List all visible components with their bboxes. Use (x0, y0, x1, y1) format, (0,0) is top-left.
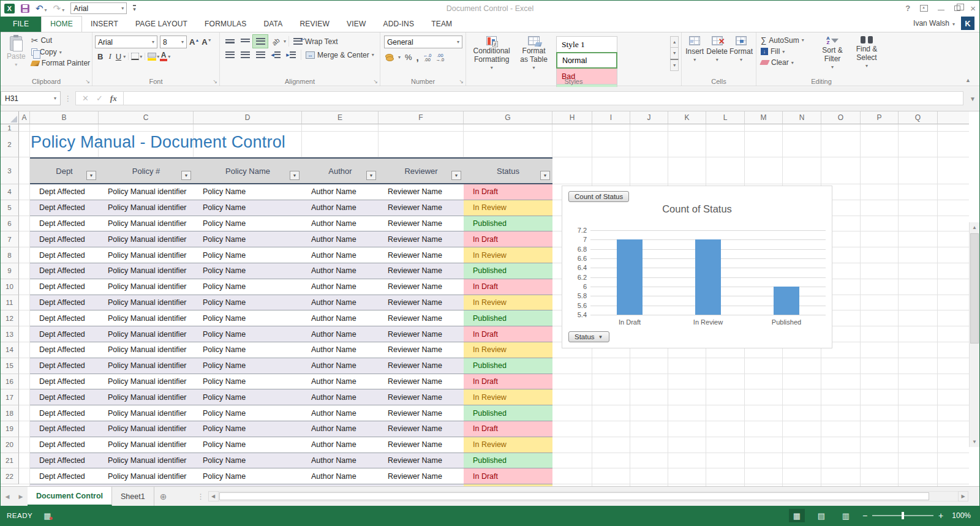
page-break-view-icon[interactable]: ▥ (838, 509, 854, 522)
align-bottom-icon[interactable] (253, 35, 268, 48)
tab-file[interactable]: FILE (1, 17, 41, 32)
clipboard-dialog-launcher-icon[interactable]: ↘ (85, 78, 90, 85)
row-header-10[interactable]: 10 (1, 279, 19, 295)
table-row[interactable]: Dept AffectedPolicy Manual identifierPol… (30, 358, 552, 374)
table-row[interactable]: Dept AffectedPolicy Manual identifierPol… (30, 389, 552, 405)
font-size-combo[interactable]: 8▾ (160, 36, 187, 48)
row-header-16[interactable]: 16 (1, 374, 19, 390)
table-row[interactable]: Dept AffectedPolicy Manual identifierPol… (30, 405, 552, 421)
column-headers[interactable]: ABCDEFGHIJKLMNOPQ (19, 111, 969, 124)
formula-input[interactable] (124, 91, 963, 105)
insert-function-icon[interactable]: fx (110, 94, 117, 103)
column-header-J[interactable]: J (630, 111, 668, 124)
insert-cells-button[interactable]: Insert▾ (684, 34, 705, 66)
table-row[interactable]: Dept AffectedPolicy Manual identifierPol… (30, 263, 552, 279)
find-select-button[interactable]: Find & Select▾ (850, 34, 884, 73)
scroll-left-icon[interactable]: ◀ (208, 491, 219, 502)
help-icon[interactable]: ? (905, 4, 910, 13)
number-format-combo[interactable]: General▾ (384, 36, 462, 48)
tab-team[interactable]: TEAM (423, 17, 461, 32)
filter-dropdown-icon[interactable]: ▼ (451, 171, 461, 180)
gallery-down-icon[interactable]: ▼ (670, 47, 679, 59)
row-header-11[interactable]: 11 (1, 295, 19, 311)
table-row[interactable]: Dept AffectedPolicy Manual identifierPol… (30, 295, 552, 311)
table-row[interactable]: Dept AffectedPolicy Manual identifierPol… (30, 247, 552, 263)
sheet-tab-sheet1[interactable]: Sheet1 (112, 487, 154, 506)
tab-insert[interactable]: INSERT (82, 17, 127, 32)
column-header-M[interactable]: M (745, 111, 783, 124)
table-row[interactable]: Dept AffectedPolicy Manual identifierPol… (30, 468, 552, 484)
row-header-22[interactable]: 22 (1, 468, 19, 484)
row-header-4[interactable]: 4 (1, 184, 19, 200)
sheet-nav-left-icon[interactable]: ◀ (1, 487, 14, 506)
conditional-formatting-button[interactable]: Conditional Formatting▾ (469, 34, 514, 74)
font-name-combo[interactable]: Arial▾ (95, 36, 157, 48)
format-as-table-button[interactable]: Format as Table▾ (514, 34, 553, 74)
redo-icon[interactable] (53, 3, 65, 14)
align-right-icon[interactable] (253, 48, 268, 61)
table-row[interactable]: Dept AffectedPolicy Manual identifierPol… (30, 231, 552, 247)
row-header-18[interactable]: 18 (1, 405, 19, 421)
chart-bar[interactable] (617, 239, 643, 315)
zoom-level[interactable]: 100% (952, 511, 971, 520)
delete-cells-button[interactable]: ✕ Delete▾ (705, 34, 729, 66)
scroll-right-icon[interactable]: ▶ (958, 491, 968, 502)
filter-dropdown-icon[interactable]: ▼ (181, 171, 191, 180)
table-row[interactable]: Dept AffectedPolicy Manual identifierPol… (30, 310, 552, 326)
column-header-G[interactable]: G (464, 111, 552, 124)
row-header-1[interactable]: 1 (1, 124, 19, 132)
row-header-8[interactable]: 8 (1, 247, 19, 263)
column-header-L[interactable]: L (706, 111, 745, 124)
page-layout-view-icon[interactable]: ▤ (813, 509, 829, 522)
filter-dropdown-icon[interactable]: ▼ (540, 171, 550, 180)
tab-data[interactable]: DATA (255, 17, 291, 32)
alignment-dialog-launcher-icon[interactable]: ↘ (373, 78, 378, 85)
column-header-P[interactable]: P (861, 111, 899, 124)
align-center-icon[interactable] (238, 48, 252, 61)
row-header-19[interactable]: 19 (1, 421, 19, 437)
pivot-chart[interactable]: Count of Status Count of Status In Draft… (562, 186, 832, 348)
column-header-E[interactable]: E (302, 111, 379, 124)
zoom-in-icon[interactable]: + (938, 511, 943, 520)
table-row[interactable]: Dept AffectedPolicy Manual identifierPol… (30, 184, 552, 200)
table-row[interactable]: Dept AffectedPolicy Manual identifierPol… (30, 342, 552, 358)
font-dialog-launcher-icon[interactable]: ↘ (213, 78, 217, 85)
column-header-extra[interactable] (938, 111, 969, 124)
row-headers[interactable]: 12345678910111213141516171819202122 (1, 124, 19, 486)
decrease-indent-icon[interactable]: ◀ (268, 48, 283, 61)
row-header-20[interactable]: 20 (1, 437, 19, 453)
increase-font-icon[interactable]: A▲ (189, 37, 199, 47)
italic-button[interactable]: I (106, 51, 113, 61)
font-color-button[interactable]: A (160, 52, 167, 61)
vertical-scrollbar[interactable]: ▲ ▼ (969, 222, 979, 447)
customize-qat-icon[interactable]: ▾ (133, 5, 136, 12)
zoom-slider[interactable] (872, 515, 933, 516)
cut-button[interactable]: Cut (29, 34, 92, 47)
row-header-21[interactable]: 21 (1, 453, 19, 469)
align-middle-icon[interactable] (238, 35, 252, 48)
table-row[interactable]: Dept AffectedPolicy Manual identifierPol… (30, 216, 552, 232)
filter-dropdown-icon[interactable]: ▼ (366, 171, 376, 180)
fill-button[interactable]: ↓Fill▾ (759, 46, 815, 57)
zoom-out-icon[interactable]: − (862, 511, 867, 520)
row-header-12[interactable]: 12 (1, 310, 19, 326)
scroll-down-icon[interactable]: ▼ (970, 437, 979, 447)
restore-icon[interactable] (954, 6, 960, 11)
table-row[interactable]: Dept AffectedPolicy Manual identifierPol… (30, 374, 552, 390)
sort-filter-button[interactable]: AZ Sort & Filter▾ (815, 34, 850, 73)
accounting-format-icon[interactable] (384, 54, 394, 61)
confirm-entry-icon[interactable]: ✓ (96, 94, 103, 103)
tab-add-ins[interactable]: ADD-INS (374, 17, 423, 32)
gallery-more-icon[interactable]: ▼ (670, 59, 679, 71)
zoom-slider-thumb[interactable] (902, 512, 904, 519)
column-header-H[interactable]: H (552, 111, 592, 124)
table-row[interactable]: Dept AffectedPolicy Manual identifierPol… (30, 437, 552, 453)
gallery-up-icon[interactable]: ▲ (670, 36, 679, 48)
axis-field-button[interactable]: Status ▼ (568, 331, 609, 342)
clear-button[interactable]: Clear▾ (759, 57, 815, 68)
row-header-2[interactable]: 2 (1, 132, 19, 157)
row-header-13[interactable]: 13 (1, 326, 19, 342)
column-header-B[interactable]: B (30, 111, 99, 124)
merge-center-button[interactable]: ↔Merge & Center▾ (304, 50, 376, 61)
increase-decimal-icon[interactable]: ←.0.00 (423, 53, 432, 62)
